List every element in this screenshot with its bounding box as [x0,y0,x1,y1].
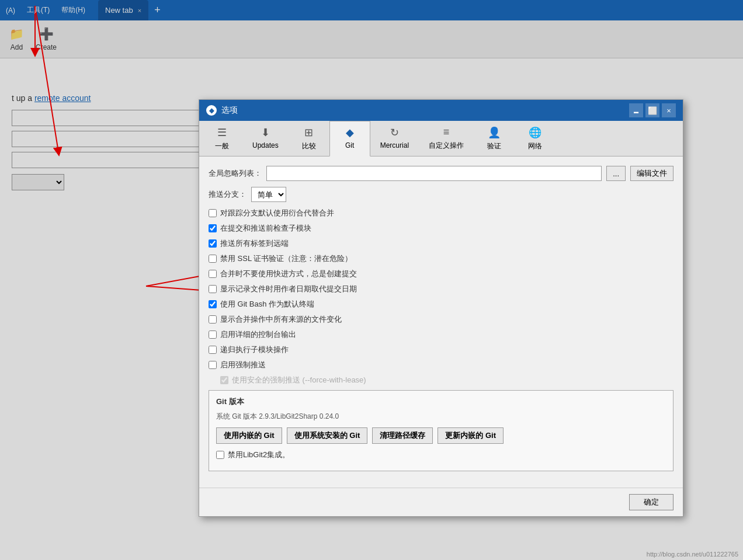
force-push-sub-row: 使用安全的强制推送 (--force-with-lease) [220,375,673,385]
ellipsis-btn[interactable]: ... [606,166,626,181]
checkbox-row-8: 显示合并操作中所有来源的文件变化 [209,314,673,325]
push-branch-label: 推送分支： [209,189,246,200]
force-push-section: 启用强制推送 使用安全的强制推送 (--force-with-lease) [209,360,673,385]
tab-git-label: Git [345,141,354,149]
mercurial-icon: ↻ [390,126,399,139]
edit-file-btn[interactable]: 编辑文件 [630,166,673,181]
btn-clear-cache[interactable]: 清理路径缓存 [372,427,433,444]
checkbox-1-label: 对跟踪分支默认使用衍合代替合并 [220,208,334,218]
checkbox-row-9: 启用详细的控制台输出 [209,329,673,340]
push-branch-select[interactable]: 简单 [251,187,286,202]
dialog-title-text: 选项 [221,105,238,116]
tab-network-label: 网络 [528,141,542,151]
auth-icon: 👤 [488,126,501,139]
checkbox-1[interactable] [209,209,217,217]
force-push-row: 启用强制推送 [209,360,673,370]
libgit2-row: 禁用LibGit2集成。 [216,450,666,460]
checkbox-5[interactable] [209,270,217,278]
checkbox-6[interactable] [209,285,217,293]
dialog-tab-bar: ☰ 一般 ⬇ Updates ⊞ 比较 ◆ Git ↻ Mercurial ≡ … [199,121,683,156]
libgit2-label: 禁用LibGit2集成。 [228,450,290,460]
dialog-titlebar: ◆ 选项 🗕 ⬜ × [199,100,683,121]
force-push-checkbox[interactable] [209,361,217,369]
checkbox-row-7: 使用 Git Bash 作为默认终端 [209,299,673,309]
tab-auth[interactable]: 👤 验证 [474,121,515,156]
checkbox-8-label: 显示合并操作中所有来源的文件变化 [220,314,342,325]
checkbox-row-5: 合并时不要使用快进方式，总是创建提交 [209,269,673,279]
checkbox-4[interactable] [209,255,217,263]
tab-auth-label: 验证 [487,141,501,151]
dialog-restore-btn[interactable]: ⬜ [645,103,659,117]
global-ignore-label: 全局忽略列表： [209,168,262,179]
ok-button[interactable]: 确定 [629,494,673,510]
git-btn-row: 使用内嵌的 Git 使用系统安装的 Git 清理路径缓存 更新内嵌的 Git [216,427,666,444]
dialog-title-left: ◆ 选项 [206,105,238,116]
checkbox-10[interactable] [209,346,217,354]
checkbox-2-label: 在提交和推送前检查子模块 [220,223,311,234]
checkbox-4-label: 禁用 SSL 证书验证（注意：潜在危险） [220,253,352,264]
checkbox-3-label: 推送所有标签到远端 [220,238,289,249]
tab-compare-label: 比较 [302,141,316,151]
btn-embedded-git[interactable]: 使用内嵌的 Git [216,427,282,444]
dialog-controls: 🗕 ⬜ × [629,103,676,117]
dialog-close-btn[interactable]: × [662,103,676,117]
network-icon: 🌐 [529,126,541,139]
updates-icon: ⬇ [261,126,270,139]
checkbox-7-label: 使用 Git Bash 作为默认终端 [220,299,314,309]
force-push-sub-label: 使用安全的强制推送 (--force-with-lease) [232,375,366,385]
general-icon: ☰ [217,126,227,139]
git-icon: ◆ [346,126,354,139]
force-push-sub-checkbox [220,376,228,384]
compare-icon: ⊞ [304,126,313,139]
checkboxes-container: 对跟踪分支默认使用衍合代替合并 在提交和推送前检查子模块 推送所有标签到远端 禁… [209,208,673,355]
checkbox-5-label: 合并时不要使用快进方式，总是创建提交 [220,269,357,279]
checkbox-7[interactable] [209,300,217,308]
tab-updates-label: Updates [252,141,279,149]
force-push-label: 启用强制推送 [220,360,266,370]
checkbox-9-label: 启用详细的控制台输出 [220,329,296,340]
checkbox-3[interactable] [209,239,217,248]
checkbox-row-1: 对跟踪分支默认使用衍合代替合并 [209,208,673,218]
push-branch-row: 推送分支： 简单 [209,187,673,202]
checkbox-row-4: 禁用 SSL 证书验证（注意：潜在危险） [209,253,673,264]
checkbox-8[interactable] [209,315,217,324]
tab-compare[interactable]: ⊞ 比较 [289,121,329,156]
tab-git[interactable]: ◆ Git [329,121,370,156]
git-version-section: Git 版本 系统 Git 版本 2.9.3/LibGit2Sharp 0.24… [209,390,673,471]
dialog-minimize-btn[interactable]: 🗕 [629,103,643,117]
checkbox-9[interactable] [209,331,217,339]
tab-custom[interactable]: ≡ 自定义操作 [419,121,474,156]
dialog-footer: 确定 [199,488,683,516]
tab-general-label: 一般 [215,141,229,151]
custom-icon: ≡ [443,126,450,138]
tab-mercurial-label: Mercurial [380,141,409,149]
libgit2-checkbox[interactable] [216,451,224,459]
tab-custom-label: 自定义操作 [429,141,464,151]
git-version-text: 系统 Git 版本 2.9.3/LibGit2Sharp 0.24.0 [216,412,666,422]
tab-mercurial[interactable]: ↻ Mercurial [370,121,419,156]
git-version-section-title: Git 版本 [216,396,666,407]
tab-network[interactable]: 🌐 网络 [515,121,555,156]
btn-update-git[interactable]: 更新内嵌的 Git [438,427,504,444]
dialog-logo-icon: ◆ [206,105,217,116]
options-dialog: ◆ 选项 🗕 ⬜ × ☰ 一般 ⬇ Updates ⊞ 比较 ◆ Git ↻ M… [199,99,683,517]
tab-updates[interactable]: ⬇ Updates [242,121,289,156]
checkbox-row-10: 递归执行子模块操作 [209,345,673,355]
checkbox-2[interactable] [209,224,217,232]
dialog-body: 全局忽略列表： ... 编辑文件 推送分支： 简单 对跟踪分支默认使用衍合代替合… [199,156,683,488]
tab-general[interactable]: ☰ 一般 [202,121,242,156]
checkbox-row-3: 推送所有标签到远端 [209,238,673,249]
btn-system-git[interactable]: 使用系统安装的 Git [287,427,368,444]
checkbox-row-6: 显示记录文件时用作者日期取代提交日期 [209,284,673,294]
global-ignore-input[interactable] [266,166,602,181]
checkbox-10-label: 递归执行子模块操作 [220,345,289,355]
global-ignore-row: 全局忽略列表： ... 编辑文件 [209,166,673,181]
checkbox-6-label: 显示记录文件时用作者日期取代提交日期 [220,284,357,294]
checkbox-row-2: 在提交和推送前检查子模块 [209,223,673,234]
